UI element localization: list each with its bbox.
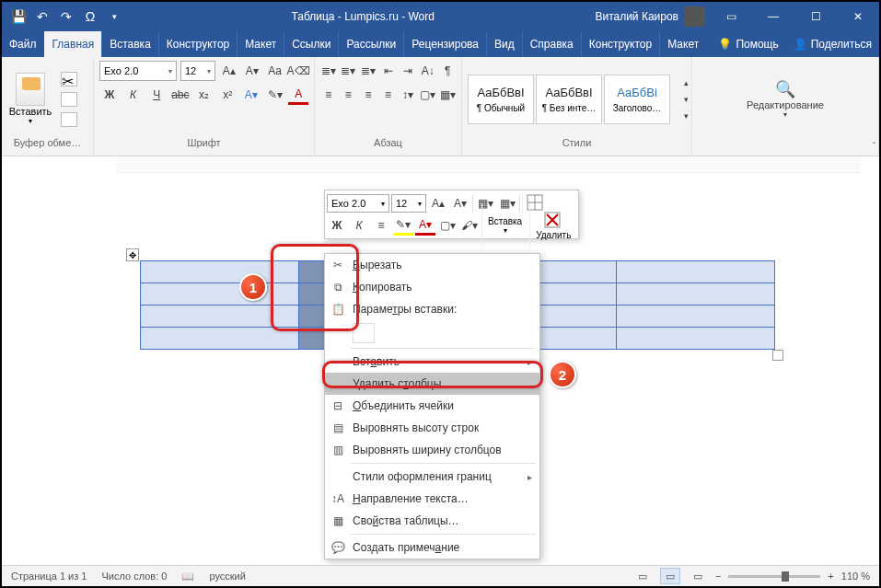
qat-more-icon[interactable]: ▾ [103,6,125,28]
cut-icon[interactable]: ✂ [61,72,77,86]
collapse-ribbon-icon[interactable]: ˆ [873,142,875,152]
mini-size-combo[interactable]: 12▾ [391,194,426,213]
mini-bold[interactable]: Ж [327,215,347,236]
underline-button[interactable]: Ч [146,85,167,105]
ctx-copy[interactable]: ⧉Копировать [325,276,539,298]
close-button[interactable]: ✕ [837,2,879,31]
tab-mailings[interactable]: Рассылки [338,31,403,57]
change-case-icon[interactable]: Aa [265,61,284,81]
align-center-icon[interactable]: ≡ [341,85,357,105]
table-move-handle[interactable]: ✥ [126,248,139,261]
paste-button[interactable]: Вставить ▾ [7,73,53,125]
user-area[interactable]: Виталий Каиров [595,6,710,27]
align-right-icon[interactable]: ≡ [360,85,377,105]
table-resize-handle[interactable] [772,350,783,361]
superscript-button[interactable]: x² [217,85,238,105]
sort-icon[interactable]: A↓ [420,61,436,81]
mini-highlight-icon[interactable]: ✎▾ [393,215,413,236]
justify-icon[interactable]: ≡ [380,85,397,105]
decrease-indent-icon[interactable]: ⇤ [380,61,397,81]
read-mode-icon[interactable]: ▭ [632,568,653,584]
web-layout-icon[interactable]: ▭ [688,568,708,584]
page-indicator[interactable]: Страница 1 из 1 [11,571,87,582]
ctx-text-direction[interactable]: ↕AНаправление текста… [325,488,539,510]
omega-icon[interactable]: Ω [79,6,101,28]
ctx-border-styles[interactable]: Стили оформления границ▸ [325,466,539,488]
ctx-table-properties[interactable]: ▦Свойства таблицы… [325,510,539,532]
mini-align2-icon[interactable]: ≡ [371,215,391,236]
clear-format-icon[interactable]: A⌫ [288,61,308,81]
mini-italic[interactable]: К [349,215,369,236]
zoom-level[interactable]: 110 % [841,571,870,582]
mini-font-combo[interactable]: Exo 2.0▾ [327,194,389,213]
tab-review[interactable]: Рецензирова [403,31,486,57]
tab-view[interactable]: Вид [486,31,522,57]
font-size-combo[interactable]: 12▾ [180,61,215,81]
style-no-spacing[interactable]: АаБбВвІ¶ Без инте… [536,75,602,124]
maximize-button[interactable]: ☐ [794,2,837,31]
tab-insert[interactable]: Вставка [101,31,158,57]
tab-references[interactable]: Ссылки [284,31,338,57]
mini-shrink-icon[interactable]: A▾ [450,193,470,213]
tab-layout[interactable]: Макет [237,31,284,57]
align-left-icon[interactable]: ≡ [320,85,337,105]
shrink-font-icon[interactable]: A▾ [242,61,261,81]
mini-delete-button[interactable]: Удалить [529,203,576,248]
numbering-icon[interactable]: ≣▾ [341,61,357,81]
ctx-new-comment[interactable]: 💬Создать примечание [325,536,539,559]
strike-button[interactable]: abc [170,85,191,105]
mini-fontcolor-icon[interactable]: A▾ [415,215,435,236]
styles-gallery[interactable]: АаБбВвІ¶ Обычный АаБбВвІ¶ Без инте… АаБб… [468,75,670,124]
redo-icon[interactable]: ↷ [55,6,77,28]
mini-grow-icon[interactable]: A▴ [428,193,448,213]
tab-home[interactable]: Главная [44,31,102,57]
tab-help[interactable]: Справка [522,31,581,57]
print-layout-icon[interactable]: ▭ [660,568,680,584]
increase-indent-icon[interactable]: ⇥ [400,61,416,81]
zoom-slider[interactable] [728,575,820,578]
grow-font-icon[interactable]: A▴ [219,61,238,81]
show-marks-icon[interactable]: ¶ [439,61,456,81]
ctx-delete-columns[interactable]: Удалить столбцы [325,373,539,395]
tab-file[interactable]: Файл [2,31,44,57]
ribbon-options-icon[interactable]: ▭ [710,2,752,31]
ctx-merge-cells[interactable]: ⊟Объединить ячейки [325,395,539,417]
save-icon[interactable]: 💾 [7,6,29,28]
style-normal[interactable]: АаБбВвІ¶ Обычный [468,75,534,124]
copy-icon[interactable] [61,92,77,107]
ctx-insert[interactable]: Вставить▸ [325,351,539,373]
line-spacing-icon[interactable]: ↕▾ [400,85,416,105]
highlight-icon[interactable]: ✎▾ [265,85,285,105]
mini-shading-icon[interactable]: 🖌▾ [459,215,480,236]
text-effects-icon[interactable]: A▾ [241,85,261,105]
ctx-distribute-rows[interactable]: ▤Выровнять высоту строк [325,417,539,439]
multilevel-icon[interactable]: ≣▾ [360,61,377,81]
style-heading1[interactable]: АаБбВіЗаголово… [604,75,670,124]
spellcheck-icon[interactable]: 📖 [181,571,194,582]
tell-me[interactable]: 💡 Помощь [711,31,785,57]
tab-table-layout[interactable]: Макет [659,31,706,57]
mini-insert-split[interactable]: Вставка▾ [481,203,527,248]
mini-border-icon[interactable]: ▢▾ [437,215,458,236]
subscript-button[interactable]: x₂ [194,85,214,105]
borders-icon[interactable]: ▦▾ [439,85,456,105]
bold-button[interactable]: Ж [99,85,120,105]
zoom-out-button[interactable]: − [715,571,721,582]
editing-button[interactable]: 🔍 Редактирование ▾ [735,79,836,119]
undo-icon[interactable]: ↶ [31,6,53,28]
italic-button[interactable]: К [123,85,144,105]
font-name-combo[interactable]: Exo 2.0▾ [99,61,177,81]
horizontal-ruler[interactable] [117,156,861,173]
language-indicator[interactable]: русский [209,571,245,582]
ctx-cut[interactable]: ✂Вырезать [325,254,539,276]
word-count[interactable]: Число слов: 0 [101,571,167,582]
tab-table-design[interactable]: Конструктор [581,31,659,57]
format-painter-icon[interactable] [61,112,77,127]
font-color-icon[interactable]: A [288,85,308,105]
paste-option-1[interactable] [353,323,375,343]
zoom-in-button[interactable]: + [828,571,833,582]
bullets-icon[interactable]: ≣▾ [320,61,337,81]
minimize-button[interactable]: — [752,2,794,31]
ctx-distribute-cols[interactable]: ▥Выровнять ширину столбцов [325,439,539,461]
tab-design[interactable]: Конструктор [158,31,237,57]
